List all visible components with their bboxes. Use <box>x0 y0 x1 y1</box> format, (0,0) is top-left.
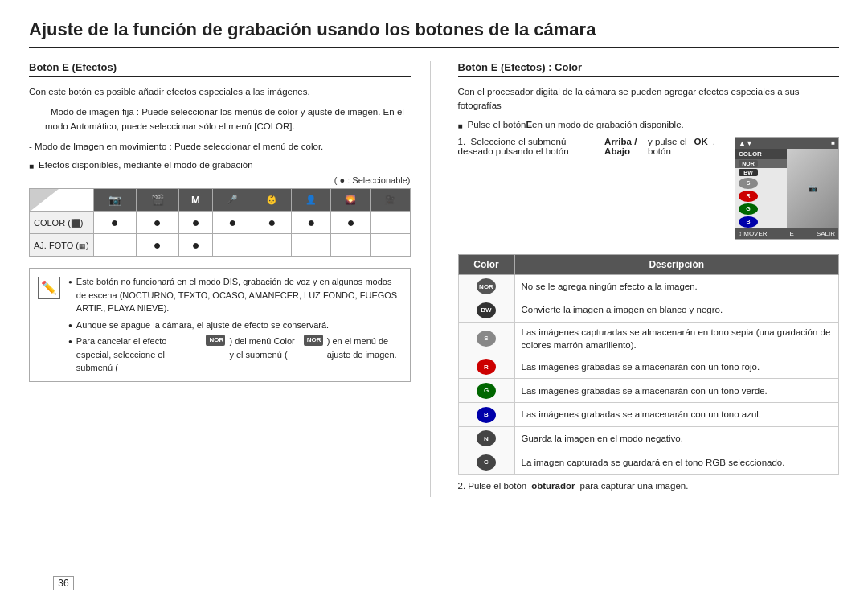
left-bullet-1: - Modo de imagen fija : Puede selecciona… <box>45 105 411 134</box>
color-desc-6: Las imágenes grabadas se almacenarán con… <box>514 403 839 427</box>
dot-c5: ● <box>252 212 292 234</box>
right-bullet: Pulse el botón E en un modo de grabación… <box>458 120 840 130</box>
dot-c6: ● <box>292 212 331 234</box>
page-number: 36 <box>53 576 74 590</box>
dot-a1 <box>93 234 136 257</box>
row-label-color: COLOR (⬛) <box>30 212 94 234</box>
color-icon-4: R <box>458 355 514 379</box>
dot-c3: ● <box>178 212 213 234</box>
step-1-text: 1. Seleccione el submenú deseado pulsand… <box>458 137 716 156</box>
left-column: Botón E (Efectos) Con este botón es posi… <box>29 61 431 497</box>
color-icon-8: C <box>458 450 514 475</box>
color-desc-1: No se le agrega ningún efecto a la image… <box>514 274 839 298</box>
menu-item-g: G <box>735 203 787 216</box>
color-row-4: RLas imágenes grabadas se almacenarán co… <box>458 355 839 379</box>
right-section-title: Botón E (Efectos) : Color <box>458 61 840 77</box>
color-row-6: BLas imágenes grabadas se almacenarán co… <box>458 403 839 427</box>
mode-header-5: 👶 <box>252 189 292 212</box>
col-header-color: Color <box>458 254 514 274</box>
color-icon-7: N <box>458 426 514 450</box>
menu-item-bw: BW <box>735 168 787 177</box>
note-item-1: Este botón no funcionará en el modo DIS,… <box>68 275 402 315</box>
dot-a6 <box>292 234 331 257</box>
color-row-5: GLas imágenes grabadas se almacenarán co… <box>458 379 839 403</box>
menu-item-b: B <box>735 216 787 228</box>
table-corner <box>30 189 94 212</box>
selectable-note: ( ● : Seleccionable) <box>29 175 411 185</box>
dot-c7: ● <box>331 212 371 234</box>
color-row-1: NORNo se le agrega ningún efecto a la im… <box>458 274 839 298</box>
col-header-desc: Descripción <box>514 254 839 274</box>
dot-a7 <box>331 234 371 257</box>
mode-header-8: 🎥 <box>371 189 410 212</box>
dot-c1: ● <box>93 212 136 234</box>
color-row-8: CLa imagen capturada se guardará en el t… <box>458 450 839 475</box>
camera-menu-mockup: ▲▼■ COLOR NOR BW S R G B 📷 <box>735 137 839 240</box>
color-icon-2: BW <box>458 298 514 323</box>
color-desc-3: Las imágenes capturadas se almacenarán e… <box>514 322 839 355</box>
menu-item-r: R <box>735 190 787 203</box>
dot-a2: ● <box>136 234 178 257</box>
mode-header-6: 👤 <box>292 189 331 212</box>
color-desc-4: Las imágenes grabadas se almacenarán con… <box>514 355 839 379</box>
mode-header-1: 📷 <box>93 189 136 212</box>
note-box: ✏️ Este botón no funcionará en el modo D… <box>29 268 411 382</box>
dot-c2: ● <box>136 212 178 234</box>
color-desc-7: Guarda la imagen en el modo negativo. <box>514 426 839 450</box>
right-intro: Con el procesador digital de la cámara s… <box>458 85 840 113</box>
color-desc-5: Las imágenes grabadas se almacenarán con… <box>514 379 839 403</box>
left-effects-bullet: Efectos disponibles, mediante el modo de… <box>29 160 411 171</box>
color-desc-2: Convierte la imagen a imagen en blanco y… <box>514 298 839 323</box>
table-row-ajfoto: AJ. FOTO (▦) ● ● <box>30 234 411 257</box>
color-row-3: SLas imágenes capturadas se almacenarán … <box>458 322 839 355</box>
dot-a4 <box>213 234 252 257</box>
mode-header-2: 🎬 <box>136 189 178 212</box>
note-item-2: Aunque se apague la cámara, el ajuste de… <box>68 318 402 332</box>
left-intro: Con este botón es posible añadir efectos… <box>29 85 411 99</box>
camera-bottom-bar: ↕ MOVERESALIR <box>735 228 838 239</box>
dot-c8 <box>371 212 410 234</box>
mode-header-4: 🎤 <box>213 189 252 212</box>
dot-a5 <box>252 234 292 257</box>
left-section-title: Botón E (Efectos) <box>29 61 411 77</box>
step-2-text: 2. Pulse el botón obturador para captura… <box>458 481 840 491</box>
table-row-color: COLOR (⬛) ● ● ● ● ● ● ● <box>30 212 411 234</box>
mode-header-7: 🌄 <box>331 189 371 212</box>
color-row-7: NGuarda la imagen en el modo negativo. <box>458 426 839 450</box>
right-column: Botón E (Efectos) : Color Con el procesa… <box>455 61 840 497</box>
color-icon-5: G <box>458 379 514 403</box>
note-item-3: Para cancelar el efecto especial, selecc… <box>68 335 402 375</box>
color-desc-8: La imagen capturada se guardará en el to… <box>514 450 839 475</box>
dot-c4: ● <box>213 212 252 234</box>
row-label-ajfoto: AJ. FOTO (▦) <box>30 234 94 257</box>
note-items: Este botón no funcionará en el modo DIS,… <box>68 275 402 375</box>
mode-table: 📷 🎬 M 🎤 👶 👤 🌄 🎥 COLOR (⬛) ● ● <box>29 188 411 257</box>
menu-label-color: COLOR <box>735 149 787 159</box>
color-icon-1: NOR <box>458 274 514 298</box>
menu-item-s: S <box>735 177 787 190</box>
menu-item-nor: NOR <box>735 159 787 168</box>
camera-top-bar: ▲▼■ <box>735 138 838 149</box>
color-icon-6: B <box>458 403 514 427</box>
color-icon-3: S <box>458 322 514 355</box>
dot-a3: ● <box>178 234 213 257</box>
dot-a8 <box>371 234 410 257</box>
page-title: Ajuste de la función de grabación usando… <box>29 19 839 48</box>
color-row-2: BWConvierte la imagen a imagen en blanco… <box>458 298 839 323</box>
color-table: Color Descripción NORNo se le agrega nin… <box>458 254 840 475</box>
left-bullet-2: - Modo de Imagen en movimiento : Puede s… <box>29 140 411 154</box>
note-icon: ✏️ <box>38 277 60 299</box>
mode-header-3: M <box>178 189 213 212</box>
